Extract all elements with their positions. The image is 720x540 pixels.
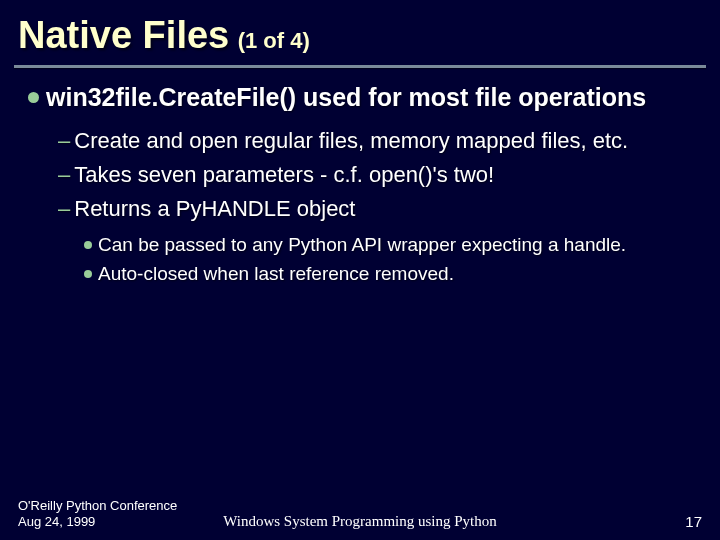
slide-title: Native Files <box>18 14 229 56</box>
bullet-level2-text: Create and open regular files, memory ma… <box>74 128 628 153</box>
bullet-level2-text: Returns a PyHANDLE object <box>74 196 355 221</box>
slide-title-suffix: (1 of 4) <box>238 28 310 53</box>
bullet-level2: –Returns a PyHANDLE object <box>58 195 700 223</box>
dash-icon: – <box>58 128 70 153</box>
footer-conference: O'Reilly Python Conference <box>18 498 177 514</box>
bullet-level2-text: Takes seven parameters - c.f. open()'s t… <box>74 162 494 187</box>
bullet-level2: –Create and open regular files, memory m… <box>58 127 700 155</box>
dash-icon: – <box>58 196 70 221</box>
footer-left: O'Reilly Python Conference Aug 24, 1999 <box>18 498 177 531</box>
disc-icon <box>84 270 92 278</box>
title-underline <box>14 65 706 68</box>
bullet-level3-text: Auto-closed when last reference removed. <box>98 263 454 284</box>
footer-center: Windows System Programming using Python <box>223 513 497 530</box>
footer-date: Aug 24, 1999 <box>18 514 177 530</box>
bullet-level3: Auto-closed when last reference removed. <box>84 262 700 287</box>
bullet-level1: win32file.CreateFile() used for most fil… <box>28 82 700 113</box>
disc-icon <box>84 241 92 249</box>
dash-icon: – <box>58 162 70 187</box>
level2-group: –Create and open regular files, memory m… <box>28 127 700 223</box>
footer: O'Reilly Python Conference Aug 24, 1999 … <box>0 498 720 531</box>
footer-page-number: 17 <box>685 513 702 530</box>
bullet-level3-text: Can be passed to any Python API wrapper … <box>98 234 626 255</box>
bullet-level3: Can be passed to any Python API wrapper … <box>84 233 700 258</box>
slide-body: win32file.CreateFile() used for most fil… <box>0 82 720 286</box>
bullet-level2: –Takes seven parameters - c.f. open()'s … <box>58 161 700 189</box>
title-area: Native Files (1 of 4) <box>0 0 720 63</box>
disc-icon <box>28 92 39 103</box>
level3-group: Can be passed to any Python API wrapper … <box>28 233 700 286</box>
bullet-level1-text: win32file.CreateFile() used for most fil… <box>46 83 646 111</box>
